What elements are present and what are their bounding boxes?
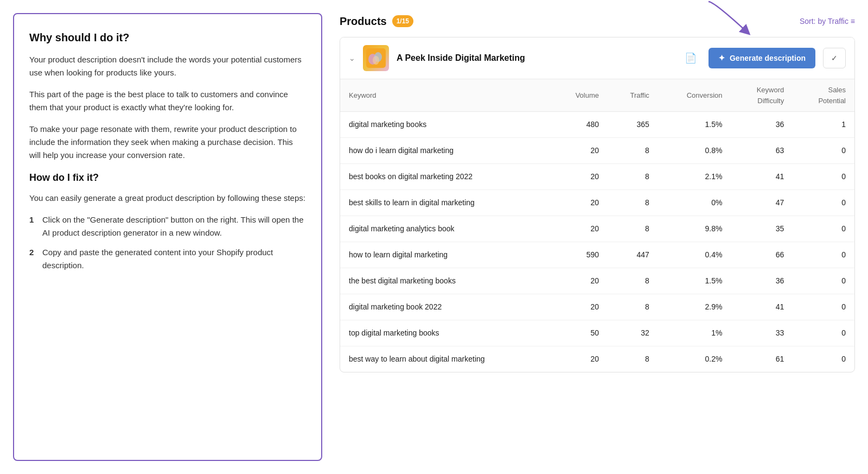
cell-keyword: best way to learn about digital marketin… <box>340 346 551 372</box>
cell-volume: 480 <box>551 112 608 138</box>
cell-volume: 20 <box>551 346 608 372</box>
cell-conversion: 0.4% <box>658 242 731 268</box>
generate-btn-label: Generate description <box>730 54 806 62</box>
cell-traffic: 8 <box>608 346 658 372</box>
table-row: the best digital marketing books 20 8 1.… <box>340 268 854 294</box>
table-row: how do i learn digital marketing 20 8 0.… <box>340 138 854 164</box>
cell-traffic: 8 <box>608 190 658 216</box>
cell-volume: 20 <box>551 190 608 216</box>
cell-traffic: 447 <box>608 242 658 268</box>
cell-difficulty: 61 <box>731 346 793 372</box>
cell-difficulty: 41 <box>731 294 793 320</box>
products-title-group: Products 1/15 <box>340 13 413 29</box>
keywords-table: Keyword Volume Traffic Conversion Keywor… <box>340 79 854 372</box>
para-2: This part of the page is the best place … <box>29 88 306 114</box>
cell-keyword: digital marketing analytics book <box>340 216 551 242</box>
cell-volume: 20 <box>551 164 608 190</box>
cell-traffic: 8 <box>608 216 658 242</box>
cell-conversion: 9.8% <box>658 216 731 242</box>
cell-keyword: best skills to learn in digital marketin… <box>340 190 551 216</box>
col-keyword: Keyword <box>340 79 551 112</box>
cell-volume: 590 <box>551 242 608 268</box>
cell-potential: 0 <box>793 268 854 294</box>
cell-potential: 0 <box>793 164 854 190</box>
col-traffic: Traffic <box>608 79 658 112</box>
cell-potential: 0 <box>793 320 854 346</box>
cell-keyword: digital marketing book 2022 <box>340 294 551 320</box>
svg-point-3 <box>373 56 379 65</box>
cell-keyword: digital marketing books <box>340 112 551 138</box>
cell-keyword: how do i learn digital marketing <box>340 138 551 164</box>
cell-traffic: 8 <box>608 294 658 320</box>
cell-potential: 1 <box>793 112 854 138</box>
step-2-num: 2 <box>29 246 37 272</box>
cell-volume: 20 <box>551 138 608 164</box>
products-badge: 1/15 <box>392 15 413 27</box>
products-header: Products 1/15 Sort: by Traffic ≡ <box>340 13 855 29</box>
table-row: best way to learn about digital marketin… <box>340 346 854 372</box>
para-1: Your product description doesn't include… <box>29 53 306 79</box>
cell-keyword: the best digital marketing books <box>340 268 551 294</box>
cell-volume: 50 <box>551 320 608 346</box>
product-card: ⌄ A Peek Inside Digital Marketing 📄 ✦ Ge… <box>340 37 855 372</box>
cell-volume: 20 <box>551 294 608 320</box>
cell-conversion: 1% <box>658 320 731 346</box>
cell-keyword: top digital marketing books <box>340 320 551 346</box>
table-row: best skills to learn in digital marketin… <box>340 190 854 216</box>
cell-potential: 0 <box>793 216 854 242</box>
right-panel: Products 1/15 Sort: by Traffic ≡ ⌄ <box>340 13 855 461</box>
cell-potential: 0 <box>793 294 854 320</box>
para-3: To make your page resonate with them, re… <box>29 123 306 162</box>
table-row: digital marketing analytics book 20 8 9.… <box>340 216 854 242</box>
cell-conversion: 1.5% <box>658 268 731 294</box>
cell-conversion: 0.8% <box>658 138 731 164</box>
products-title: Products <box>340 13 387 29</box>
step-2-text: Copy and paste the generated content int… <box>42 246 306 272</box>
table-header-row: Keyword Volume Traffic Conversion Keywor… <box>340 79 854 112</box>
cell-keyword: how to learn digital marketing <box>340 242 551 268</box>
cell-potential: 0 <box>793 242 854 268</box>
cell-difficulty: 47 <box>731 190 793 216</box>
keywords-table-body: digital marketing books 480 365 1.5% 36 … <box>340 112 854 372</box>
step-1-text: Click on the "Generate description" butt… <box>42 213 306 239</box>
table-row: best books on digital marketing 2022 20 … <box>340 164 854 190</box>
left-panel: Why should I do it? Your product descrip… <box>13 13 322 461</box>
check-icon: ✓ <box>831 54 838 62</box>
document-icon[interactable]: 📄 <box>680 49 701 68</box>
col-volume: Volume <box>551 79 608 112</box>
step-1-num: 1 <box>29 213 37 239</box>
cell-potential: 0 <box>793 346 854 372</box>
cell-difficulty: 36 <box>731 268 793 294</box>
steps-list: 1 Click on the "Generate description" bu… <box>29 213 306 272</box>
cell-traffic: 32 <box>608 320 658 346</box>
cell-difficulty: 66 <box>731 242 793 268</box>
sort-control[interactable]: Sort: by Traffic ≡ <box>800 16 855 27</box>
sort-value[interactable]: by Traffic ≡ <box>818 17 855 26</box>
heading-fix: How do I fix it? <box>29 170 306 185</box>
cell-conversion: 1.5% <box>658 112 731 138</box>
heading-why: Why should I do it? <box>29 29 306 46</box>
table-row: how to learn digital marketing 590 447 0… <box>340 242 854 268</box>
cell-conversion: 2.1% <box>658 164 731 190</box>
cell-difficulty: 41 <box>731 164 793 190</box>
cell-conversion: 0% <box>658 190 731 216</box>
product-header-row: ⌄ A Peek Inside Digital Marketing 📄 ✦ Ge… <box>340 37 854 79</box>
cell-conversion: 0.2% <box>658 346 731 372</box>
chevron-down-icon[interactable]: ⌄ <box>349 53 355 64</box>
col-difficulty: KeywordDifficulty <box>731 79 793 112</box>
col-conversion: Conversion <box>658 79 731 112</box>
cell-traffic: 8 <box>608 268 658 294</box>
wand-icon: ✦ <box>718 53 725 63</box>
cell-difficulty: 63 <box>731 138 793 164</box>
col-potential: SalesPotential <box>793 79 854 112</box>
check-button[interactable]: ✓ <box>823 48 846 68</box>
cell-potential: 0 <box>793 138 854 164</box>
table-row: top digital marketing books 50 32 1% 33 … <box>340 320 854 346</box>
product-thumbnail-image <box>366 48 386 68</box>
generate-description-button[interactable]: ✦ Generate description <box>709 48 815 68</box>
cell-traffic: 8 <box>608 138 658 164</box>
cell-keyword: best books on digital marketing 2022 <box>340 164 551 190</box>
table-row: digital marketing book 2022 20 8 2.9% 41… <box>340 294 854 320</box>
cell-traffic: 365 <box>608 112 658 138</box>
cell-difficulty: 36 <box>731 112 793 138</box>
